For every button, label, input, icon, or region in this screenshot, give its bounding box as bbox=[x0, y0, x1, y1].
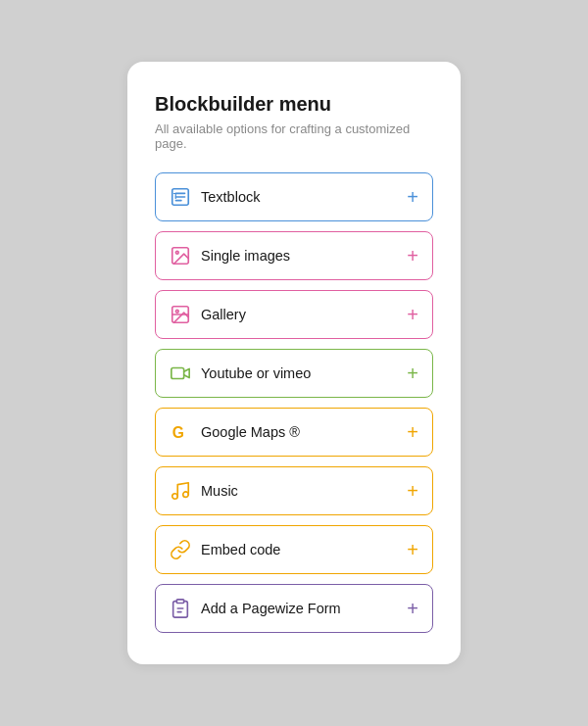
maps-icon: G bbox=[170, 421, 191, 443]
svg-point-13 bbox=[183, 492, 189, 498]
video-icon bbox=[170, 363, 191, 384]
svg-text:T: T bbox=[173, 192, 178, 201]
youtube-label: Youtube or vimeo bbox=[201, 365, 311, 381]
embed-plus: + bbox=[407, 540, 418, 559]
menu-item-left: Single images bbox=[170, 245, 290, 266]
gallery-label: Gallery bbox=[201, 307, 246, 322]
svg-point-6 bbox=[175, 251, 178, 254]
svg-point-8 bbox=[175, 310, 178, 313]
form-icon bbox=[170, 598, 191, 619]
single-images-icon bbox=[170, 245, 191, 266]
menu-item-left: Youtube or vimeo bbox=[170, 363, 311, 384]
single-images-plus: + bbox=[407, 246, 418, 266]
google-maps-label: Google Maps ® bbox=[201, 424, 300, 440]
pagewize-form-plus: + bbox=[407, 599, 418, 618]
textblock-label: Textblock bbox=[201, 189, 260, 205]
textblock-icon: T bbox=[170, 186, 191, 208]
menu-item-left: Gallery bbox=[170, 304, 246, 325]
gallery-plus: + bbox=[407, 305, 418, 324]
menu-item-embed[interactable]: Embed code + bbox=[155, 525, 433, 574]
menu-item-left: T Textblock bbox=[170, 186, 260, 208]
music-label: Music bbox=[201, 483, 238, 499]
menu-item-left: G Google Maps ® bbox=[170, 421, 300, 443]
single-images-label: Single images bbox=[201, 248, 290, 264]
menu-item-google-maps[interactable]: G Google Maps ® + bbox=[155, 408, 433, 457]
svg-rect-10 bbox=[172, 368, 184, 379]
embed-label: Embed code bbox=[201, 542, 280, 557]
svg-text:G: G bbox=[172, 424, 184, 441]
gallery-icon bbox=[170, 304, 191, 325]
menu-item-left: Music bbox=[170, 480, 238, 502]
music-icon bbox=[170, 480, 191, 502]
pagewize-form-label: Add a Pagewize Form bbox=[201, 601, 341, 616]
menu-item-youtube[interactable]: Youtube or vimeo + bbox=[155, 349, 433, 398]
menu-item-single-images[interactable]: Single images + bbox=[155, 231, 433, 280]
menu-item-textblock[interactable]: T Textblock + bbox=[155, 172, 433, 221]
embed-icon bbox=[170, 539, 191, 560]
menu-item-pagewize-form[interactable]: Add a Pagewize Form + bbox=[155, 584, 433, 633]
menu-item-left: Embed code bbox=[170, 539, 280, 560]
svg-point-12 bbox=[172, 494, 178, 500]
youtube-plus: + bbox=[407, 363, 418, 383]
card-subtitle: All available options for crafting a cus… bbox=[155, 121, 433, 151]
textblock-plus: + bbox=[407, 187, 418, 207]
card-title: Blockbuilder menu bbox=[155, 93, 433, 116]
menu-item-music[interactable]: Music + bbox=[155, 466, 433, 515]
menu-item-gallery[interactable]: Gallery + bbox=[155, 290, 433, 339]
music-plus: + bbox=[407, 481, 418, 501]
blockbuilder-menu-card: Blockbuilder menu All available options … bbox=[127, 62, 461, 664]
google-maps-plus: + bbox=[407, 422, 418, 442]
svg-rect-14 bbox=[176, 600, 183, 604]
menu-item-left: Add a Pagewize Form bbox=[170, 598, 341, 619]
